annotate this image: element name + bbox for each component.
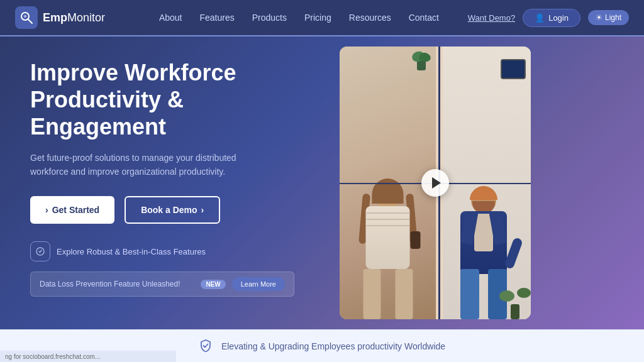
login-button[interactable]: 👤 Login: [523, 9, 580, 27]
navbar: EmpMonitor About Features Products Prici…: [0, 0, 644, 36]
image-panels: [340, 47, 531, 319]
shield-icon: [199, 339, 214, 354]
nav-products[interactable]: Products: [252, 13, 287, 23]
brand-name: EmpMonitor: [43, 11, 105, 25]
svg-point-2: [24, 15, 26, 18]
play-button[interactable]: [421, 169, 449, 197]
nav-links: About Features Products Pricing Resource…: [130, 13, 468, 23]
status-text: ng for socioboard.freshchat.com...: [5, 353, 100, 360]
hero-image-area: [340, 36, 541, 329]
explore-row: Explore Robust & Best-in-Class Features: [30, 241, 317, 261]
want-demo-link[interactable]: Want Demo?: [468, 13, 515, 23]
nav-right: Want Demo? 👤 Login ☀ Light: [468, 9, 629, 27]
logo[interactable]: EmpMonitor: [15, 6, 105, 29]
new-badge: NEW: [201, 280, 225, 289]
status-bar: ng for socioboard.freshchat.com...: [0, 351, 176, 362]
explore-text: Explore Robust & Best-in-Class Features: [57, 247, 206, 256]
get-started-button[interactable]: › Get Started: [30, 196, 114, 224]
play-icon: [432, 177, 441, 189]
learn-more-button[interactable]: Learn More: [232, 277, 285, 291]
nav-resources[interactable]: Resources: [349, 13, 391, 23]
svg-line-1: [28, 19, 32, 23]
hero-heading: Improve Workforce Productivity & Engagem…: [30, 59, 317, 141]
nav-pricing[interactable]: Pricing: [304, 13, 331, 23]
explore-icon: [30, 241, 50, 261]
hero-subtext: Get future-proof solutions to manage you…: [30, 151, 269, 179]
hero-buttons: › Get Started Book a Demo ›: [30, 196, 317, 224]
theme-toggle[interactable]: ☀ Light: [588, 10, 629, 25]
book-demo-button[interactable]: Book a Demo ›: [125, 196, 220, 224]
login-icon: 👤: [535, 13, 545, 23]
announcement-bar: Data Loss Prevention Feature Unleashed! …: [30, 272, 294, 297]
nav-features[interactable]: Features: [199, 13, 234, 23]
get-started-icon: ›: [45, 205, 48, 215]
announcement-text: Data Loss Prevention Feature Unleashed!: [40, 280, 194, 288]
theme-icon: ☀: [596, 13, 602, 22]
logo-icon: [15, 6, 38, 29]
nav-about[interactable]: About: [159, 13, 182, 23]
footer-text: Elevating & Upgrading Employees producti…: [221, 341, 445, 351]
book-demo-icon: ›: [201, 205, 204, 215]
nav-contact[interactable]: Contact: [409, 13, 439, 23]
hero-content: Improve Workforce Productivity & Engagem…: [0, 36, 340, 329]
hero-section: Improve Workforce Productivity & Engagem…: [0, 36, 644, 329]
